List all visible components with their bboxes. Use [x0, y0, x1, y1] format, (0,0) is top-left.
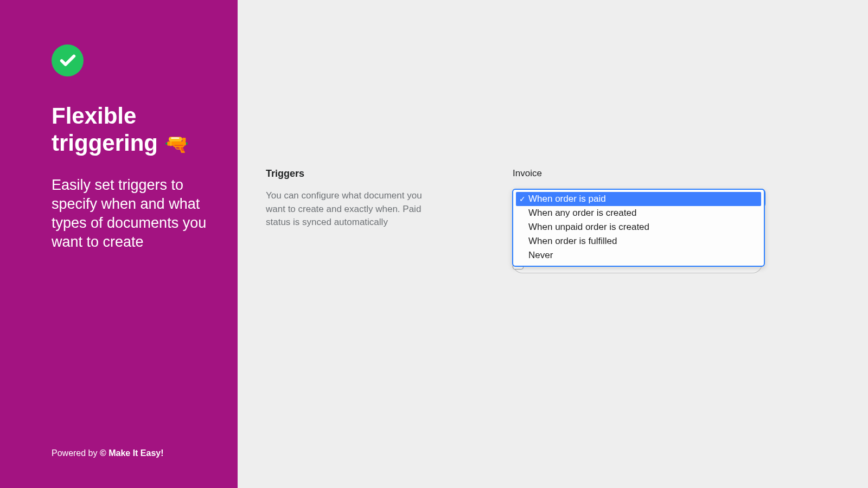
- invoice-dropdown[interactable]: ✓ When order is paid When any order is c…: [512, 189, 765, 267]
- check-badge-icon: [52, 44, 84, 76]
- dropdown-list: ✓ When order is paid When any order is c…: [513, 190, 764, 266]
- option-label: When unpaid order is created: [528, 222, 649, 233]
- footer: Powered by © Make It Easy!: [52, 448, 215, 458]
- dropdown-option-when-any-order-is-created[interactable]: When any order is created: [516, 206, 761, 220]
- trigger-settings: Invoice ✓ When order is paid When any or…: [513, 168, 770, 488]
- check-icon: ✓: [519, 195, 527, 203]
- page-subheadline: Easily set triggers to specify when and …: [52, 176, 215, 252]
- headline-line1: Flexible: [52, 103, 136, 129]
- footer-brand: © Make It Easy!: [100, 448, 164, 458]
- footer-prefix: Powered by: [52, 448, 100, 458]
- main-panel: Triggers You can configure what document…: [238, 0, 868, 488]
- dropdown-option-when-order-is-fulfilled[interactable]: When order is fulfilled: [516, 234, 761, 248]
- option-label: Never: [528, 250, 553, 261]
- section-title: Triggers: [266, 168, 429, 179]
- field-label-invoice: Invoice: [513, 168, 770, 179]
- headline-line2: triggering: [52, 130, 158, 156]
- option-label: When order is fulfilled: [528, 236, 617, 247]
- section-info: Triggers You can configure what document…: [266, 168, 429, 488]
- dropdown-option-when-order-is-paid[interactable]: ✓ When order is paid: [516, 192, 761, 206]
- option-label: When any order is created: [528, 208, 636, 219]
- section-description: You can configure what document you want…: [266, 189, 429, 229]
- sidebar: Flexible triggering 🔫 Easily set trigger…: [0, 0, 238, 488]
- page-title: Flexible triggering 🔫: [52, 102, 215, 156]
- dropdown-option-when-unpaid-order-is-created[interactable]: When unpaid order is created: [516, 220, 761, 234]
- option-label: When order is paid: [528, 194, 606, 204]
- pistol-emoji-icon: 🔫: [164, 133, 189, 155]
- dropdown-option-never[interactable]: Never: [516, 248, 761, 262]
